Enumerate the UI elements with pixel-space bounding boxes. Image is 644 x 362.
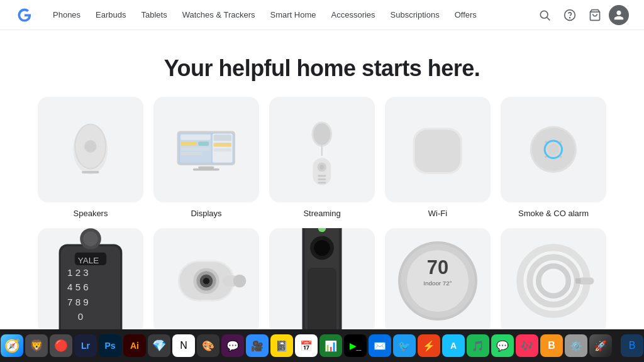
nav-link-subscriptions[interactable]: Subscriptions (384, 8, 446, 22)
dock-spark[interactable]: ⚡ (418, 334, 440, 357)
svg-rect-20 (214, 143, 232, 147)
dock-numbers[interactable]: 📊 (319, 334, 342, 357)
google-logo[interactable] (15, 6, 34, 25)
account-button[interactable] (609, 5, 629, 25)
nav-link-phones[interactable]: Phones (47, 8, 87, 22)
dock-whatsapp[interactable]: 💬 (491, 334, 514, 357)
dock-spotify[interactable]: 🎵 (467, 334, 489, 357)
svg-text:4 5 6: 4 5 6 (67, 282, 89, 292)
svg-text:Indoor 72°: Indoor 72° (423, 280, 452, 287)
product-image-wifi (385, 97, 491, 202)
svg-point-77 (314, 240, 330, 256)
nav-links: Phones Earbuds Tablets Watches & Tracker… (47, 8, 533, 22)
product-grid-row1: Speakers (38, 97, 606, 218)
product-label-wifi: Wi-Fi (428, 209, 447, 218)
nav-link-smarthome[interactable]: Smart Home (264, 8, 323, 22)
svg-point-65 (83, 231, 98, 246)
dock-slack[interactable]: 💬 (221, 334, 244, 357)
product-image-thermostat: 70 Indoor 72° (385, 228, 491, 334)
nav-link-offers[interactable]: Offers (448, 8, 483, 22)
svg-point-9 (84, 140, 97, 153)
svg-rect-22 (198, 167, 214, 168)
product-card-displays[interactable]: Displays (153, 97, 259, 218)
svg-rect-16 (181, 148, 211, 151)
search-button[interactable] (533, 4, 556, 26)
dock-sketch[interactable]: 💎 (148, 334, 170, 357)
product-card-lock[interactable]: 1 2 3 4 5 6 7 8 9 0 YALE (38, 228, 143, 334)
nav-link-tablets[interactable]: Tablets (135, 8, 174, 22)
svg-rect-13 (181, 134, 211, 140)
svg-point-25 (313, 123, 330, 145)
product-label-smoke-alarm: Smoke & CO alarm (518, 209, 589, 218)
dock-launchpad[interactable]: 🚀 (589, 334, 612, 357)
dock-mail[interactable]: ✉️ (369, 334, 391, 357)
product-image-camera (153, 228, 259, 334)
hero-title: Your helpful home starts here. (13, 55, 631, 82)
dock-zoom[interactable]: 🎥 (246, 334, 269, 357)
cart-button[interactable] (584, 4, 606, 26)
svg-text:70: 70 (427, 256, 448, 278)
svg-text:YALE: YALE (78, 255, 99, 265)
product-image-doorbell (269, 228, 375, 334)
svg-point-71 (203, 278, 209, 284)
dock-twitter[interactable]: 🐦 (393, 334, 416, 357)
svg-rect-34 (415, 130, 461, 173)
product-card-speakers[interactable]: Speakers (38, 97, 143, 218)
svg-text:7 8 9: 7 8 9 (67, 297, 89, 307)
dock-figma[interactable]: 🎨 (197, 334, 219, 357)
product-card-camera[interactable] (153, 228, 259, 334)
dock-bitcoin[interactable]: B (540, 334, 563, 357)
product-image-speakers (38, 97, 143, 202)
svg-rect-79 (308, 268, 336, 334)
product-image-lock: 1 2 3 4 5 6 7 8 9 0 YALE (38, 228, 143, 334)
macos-dock: 🧭 🦁 🔴 Lr Ps Ai 💎 N 🎨 💬 🎥 📓 📅 📊 ▶_ ✉️ (0, 329, 644, 362)
dock-preferences[interactable]: ⚙️ (565, 334, 587, 357)
dock-brave[interactable]: 🦁 (25, 334, 48, 357)
help-button[interactable] (558, 4, 581, 26)
svg-point-87 (538, 266, 569, 296)
nav-link-accessories[interactable]: Accessories (325, 8, 382, 22)
product-label-displays: Displays (191, 209, 221, 218)
svg-point-29 (319, 165, 324, 169)
product-card-doorbell[interactable] (269, 228, 375, 334)
navigation: Phones Earbuds Tablets Watches & Tracker… (0, 0, 644, 30)
svg-rect-21 (214, 148, 232, 151)
dock-airtable[interactable]: A (442, 334, 465, 357)
svg-rect-32 (318, 182, 326, 184)
dock-illustrator[interactable]: Ai (123, 334, 146, 357)
dock-notes[interactable]: 📓 (270, 334, 293, 357)
product-label-speakers: Speakers (74, 209, 108, 218)
dock-photoshop[interactable]: Ps (99, 334, 121, 357)
dock-itunes[interactable]: 🎶 (516, 334, 538, 357)
nav-actions (533, 4, 629, 26)
svg-rect-17 (181, 152, 203, 155)
dock-safari[interactable]: 🧭 (1, 334, 23, 357)
dock-notion[interactable]: N (172, 334, 195, 357)
svg-rect-27 (313, 158, 331, 185)
svg-rect-8 (82, 171, 99, 173)
product-image-smoke-alarm (501, 97, 606, 202)
product-card-smoke-alarm[interactable]: Smoke & CO alarm (501, 97, 606, 218)
hero-section: Your helpful home starts here. (0, 30, 644, 97)
svg-rect-26 (321, 146, 323, 156)
product-image-displays (153, 97, 259, 202)
product-label-streaming: Streaming (303, 209, 340, 218)
nav-link-watches[interactable]: Watches & Trackers (176, 8, 262, 22)
svg-rect-14 (181, 141, 197, 146)
product-image-charger (501, 228, 606, 334)
svg-rect-31 (318, 178, 326, 180)
dock-lightroom[interactable]: Lr (74, 334, 97, 357)
svg-text:1 2 3: 1 2 3 (67, 267, 89, 278)
dock-chrome[interactable]: 🔴 (50, 334, 72, 357)
dock-calendar[interactable]: 📅 (295, 334, 318, 357)
nav-link-earbuds[interactable]: Earbuds (89, 8, 132, 22)
dock-bluetooth[interactable]: B (621, 334, 643, 357)
product-card-streaming[interactable]: Streaming (269, 97, 375, 218)
product-card-charger[interactable] (501, 228, 606, 334)
dock-terminal[interactable]: ▶_ (344, 334, 367, 357)
product-card-wifi[interactable]: Wi-Fi (385, 97, 491, 218)
svg-line-1 (547, 17, 550, 20)
svg-rect-30 (318, 175, 326, 177)
svg-point-0 (540, 11, 548, 18)
product-card-thermostat[interactable]: 70 Indoor 72° (385, 228, 491, 334)
